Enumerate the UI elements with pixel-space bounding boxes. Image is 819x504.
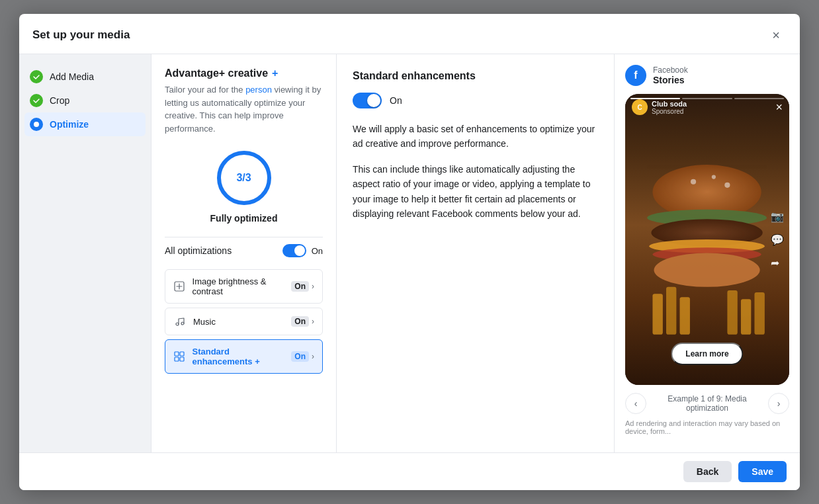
music-status: On (291, 316, 309, 327)
all-optimizations-controls: On (282, 244, 323, 257)
progress-value: 3/3 (236, 172, 251, 184)
progress-container: 3/3 Fully optimized (165, 148, 323, 224)
facebook-icon: f (625, 65, 646, 86)
reply-icon: 💬 (771, 233, 784, 246)
story-dot-1 (630, 98, 680, 99)
preview-next-button[interactable]: › (768, 393, 789, 414)
story-close-icon[interactable]: × (775, 101, 783, 114)
svg-rect-22 (741, 299, 751, 334)
svg-point-17 (654, 253, 760, 287)
preview-prev-button[interactable]: ‹ (625, 393, 646, 414)
preview-header: f Facebook Stories (625, 65, 789, 86)
brand-avatar: C (632, 99, 648, 115)
svg-rect-18 (653, 294, 663, 335)
sidebar: Add Media Crop Optimize (19, 54, 151, 452)
preview-nav-label: Example 1 of 9: Media optimization (646, 394, 768, 413)
brightness-label: Image brightness & contrast (193, 276, 292, 296)
modal-footer: Back Save (19, 452, 800, 490)
sidebar-label-crop: Crop (50, 95, 69, 106)
sidebar-item-optimize[interactable]: Optimize (24, 112, 146, 136)
story-dot-2 (682, 98, 732, 99)
preview-platform: Facebook (653, 65, 688, 75)
food-scene: 📷 💬 ➦ (625, 94, 789, 385)
burger-illustration (633, 138, 781, 341)
active-icon-optimize (30, 118, 43, 131)
brightness-chevron: › (312, 282, 314, 291)
standard-enhancements-icon (173, 350, 185, 363)
toggle-row: On (353, 93, 598, 108)
check-icon-add-media (30, 70, 43, 83)
rendering-note: Ad rendering and interaction may vary ba… (625, 419, 789, 435)
check-icon-crop (30, 94, 43, 107)
standard-label: Standard enhancements + (192, 347, 291, 366)
content-section-title: Standard enhancements (353, 70, 598, 82)
svg-point-10 (691, 179, 696, 185)
brand-name: Club soda (652, 100, 687, 108)
svg-rect-5 (175, 352, 179, 356)
svg-rect-8 (180, 357, 184, 361)
share-icon: ➦ (771, 257, 784, 269)
svg-point-11 (712, 175, 716, 179)
brand-sponsored: Sponsored (652, 108, 687, 115)
sub-item-standard[interactable]: Standard enhancements + On › (165, 339, 323, 374)
svg-rect-21 (728, 290, 738, 335)
svg-rect-19 (666, 287, 676, 335)
phone-mockup: C Club soda Sponsored × (625, 94, 789, 385)
story-cta-button[interactable]: Learn more (671, 343, 743, 365)
center-panel-title: Advantage+ creative + (165, 67, 323, 79)
modal: Set up your media × Add Media Crop (19, 14, 800, 490)
standard-enhancements-toggle[interactable] (353, 93, 382, 108)
brightness-status: On (291, 281, 309, 292)
all-optimizations-toggle[interactable] (282, 244, 306, 257)
plus-badge: + (272, 67, 278, 79)
modal-header: Set up your media × (19, 14, 800, 54)
svg-rect-7 (175, 357, 179, 361)
story-side-icons: 📷 💬 ➦ (771, 210, 784, 269)
story-progress-dots (625, 98, 789, 99)
content-desc-1: We will apply a basic set of enhancement… (353, 122, 598, 151)
preview-placement: Stories (653, 75, 688, 85)
all-optimizations-row: All optimizations On (165, 237, 323, 264)
modal-body: Add Media Crop Optimize (19, 54, 800, 452)
music-chevron: › (312, 317, 314, 326)
svg-rect-23 (755, 292, 765, 335)
sidebar-item-crop[interactable]: Crop (19, 89, 151, 112)
sub-items-list: Image brightness & contrast On › Mus (165, 269, 323, 374)
progress-label: Fully optimized (210, 213, 278, 224)
sub-item-brightness[interactable]: Image brightness & contrast On › (165, 269, 323, 304)
svg-rect-20 (680, 297, 690, 334)
back-button[interactable]: Back (683, 461, 732, 482)
content-panel: Standard enhancements On We will apply a… (337, 54, 615, 452)
camera-icon: 📷 (771, 210, 784, 223)
circle-progress: 3/3 (214, 148, 274, 208)
svg-point-3 (176, 323, 179, 325)
svg-rect-6 (180, 352, 184, 356)
toggle-on-label: On (390, 95, 402, 106)
svg-point-12 (725, 183, 730, 188)
music-icon (173, 315, 187, 328)
center-panel: Advantage+ creative + Tailor your ad for… (151, 54, 337, 452)
sidebar-item-add-media[interactable]: Add Media (19, 65, 151, 89)
sidebar-label-optimize: Optimize (50, 119, 89, 130)
preview-panel: f Facebook Stories (615, 54, 800, 452)
all-optimizations-label: All optimizations (165, 245, 232, 256)
standard-chevron: › (312, 352, 314, 361)
image-brightness-icon (173, 280, 186, 293)
person-link[interactable]: person (245, 85, 272, 95)
preview-navigation: ‹ Example 1 of 9: Media optimization › (625, 393, 789, 414)
sidebar-label-add-media: Add Media (50, 71, 94, 82)
all-optimizations-status: On (312, 246, 323, 256)
story-dot-3 (734, 98, 784, 99)
music-label: Music (193, 317, 216, 327)
save-button[interactable]: Save (738, 461, 787, 482)
close-button[interactable]: × (765, 24, 787, 46)
center-panel-desc: Tailor your ad for the person viewing it… (165, 83, 323, 135)
standard-status: On (291, 351, 309, 362)
sub-item-music[interactable]: Music On › (165, 308, 323, 335)
content-desc-2: This can include things like automatical… (353, 162, 598, 222)
modal-title: Set up your media (32, 28, 130, 42)
modal-overlay: Set up your media × Add Media Crop (0, 0, 819, 504)
